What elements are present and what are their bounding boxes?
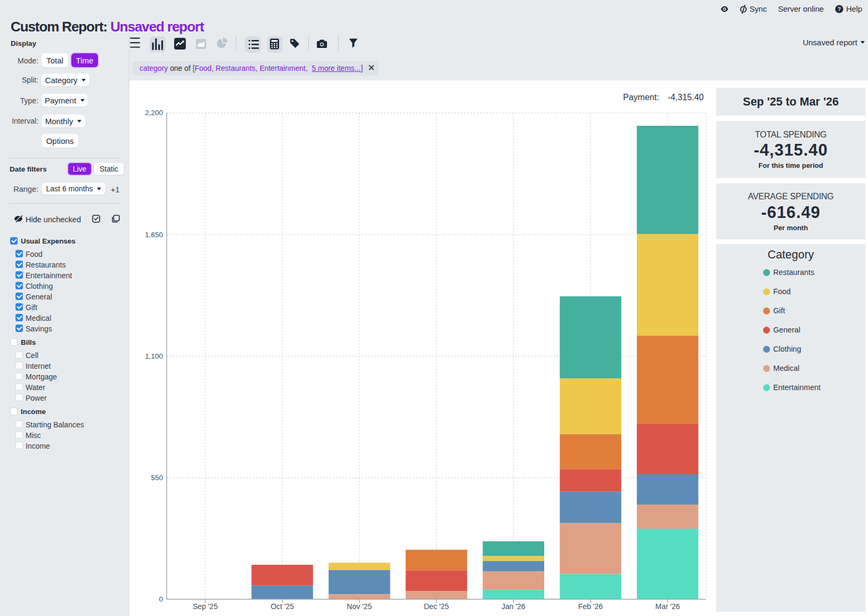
svg-text:Feb '26: Feb '26 bbox=[578, 602, 603, 611]
svg-text:2,200: 2,200 bbox=[145, 109, 163, 117]
svg-text:Jan '26: Jan '26 bbox=[502, 602, 526, 611]
svg-text:Nov '25: Nov '25 bbox=[347, 602, 372, 611]
svg-text:?: ? bbox=[838, 6, 841, 12]
svg-text:Sep '25: Sep '25 bbox=[193, 602, 218, 611]
svg-text:-4,315.40: -4,315.40 bbox=[668, 93, 704, 102]
svg-text:0: 0 bbox=[159, 595, 163, 603]
svg-text:Payment:: Payment: bbox=[623, 93, 659, 102]
svg-text:1,100: 1,100 bbox=[145, 352, 163, 360]
svg-text:550: 550 bbox=[151, 474, 163, 482]
svg-text:Mar '26: Mar '26 bbox=[655, 602, 679, 611]
svg-text:1,650: 1,650 bbox=[145, 231, 163, 239]
svg-text:Oct '25: Oct '25 bbox=[271, 602, 294, 611]
svg-text:Dec '25: Dec '25 bbox=[424, 602, 449, 611]
